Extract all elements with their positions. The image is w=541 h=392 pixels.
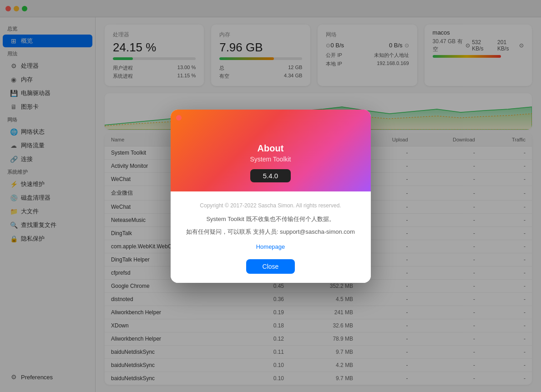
modal-header: About System Toolkit 5.4.0 bbox=[171, 110, 371, 191]
modal-overlay: About System Toolkit 5.4.0 Copyright © 2… bbox=[0, 0, 541, 392]
modal-privacy-text: System Toolkit 既不收集也不传输任何个人数据。 bbox=[185, 215, 356, 223]
modal-title: About bbox=[258, 143, 284, 154]
modal-traffic-lights bbox=[176, 115, 182, 121]
modal-close-button[interactable]: Close bbox=[246, 259, 295, 274]
modal-close-button-wrap: Close bbox=[185, 259, 356, 274]
modal-copyright: Copyright © 2017-2022 Sascha Simon. All … bbox=[185, 202, 356, 209]
modal-homepage-link[interactable]: Homepage bbox=[185, 243, 356, 250]
modal-close-light[interactable] bbox=[176, 115, 182, 121]
modal-body: Copyright © 2017-2022 Sascha Simon. All … bbox=[171, 191, 371, 283]
about-modal: About System Toolkit 5.4.0 Copyright © 2… bbox=[171, 110, 371, 283]
modal-contact-text: 如有任何疑问，可以联系 支持人员: support@sascha-simon.c… bbox=[185, 228, 356, 236]
modal-subtitle: System Toolkit bbox=[250, 156, 291, 163]
modal-version-badge: 5.4.0 bbox=[250, 169, 291, 182]
